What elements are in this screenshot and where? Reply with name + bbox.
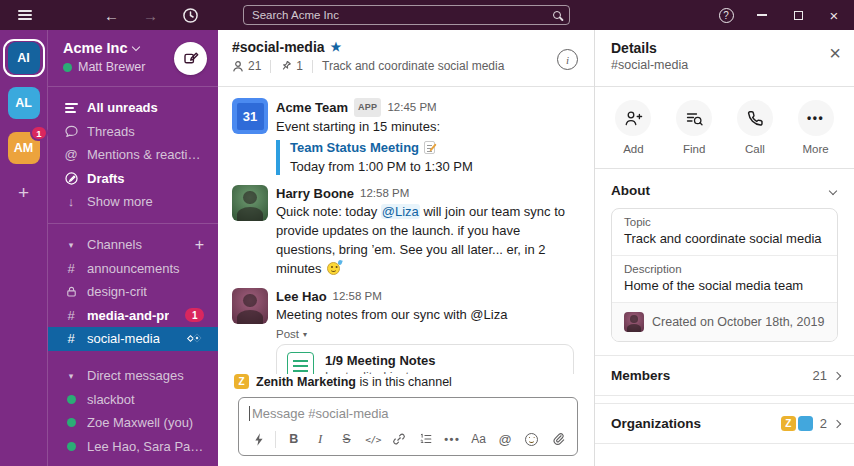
sidebar-channel-design-crit[interactable]: design-crit <box>48 280 218 304</box>
code-button[interactable]: </> <box>364 430 382 448</box>
mention-liza[interactable]: @Liza <box>381 204 420 219</box>
topic-row[interactable]: Topic Track and coordinate social media <box>612 209 837 256</box>
event-time: Today from 1:00 PM to 1:30 PM <box>290 158 568 175</box>
zenith-org-icon: Z <box>781 416 796 431</box>
emoji-button[interactable] <box>522 430 540 448</box>
pinned-count[interactable]: 1 <box>280 59 303 73</box>
minimize-button[interactable] <box>744 0 780 30</box>
channels-section-header[interactable]: ▾ Channels + <box>48 233 218 257</box>
avatar-harry-boone[interactable] <box>232 185 268 221</box>
lock-icon <box>63 285 79 298</box>
description-row[interactable]: Description Home of the social media tea… <box>612 256 837 303</box>
search-icon <box>553 11 561 19</box>
mention-button[interactable]: @ <box>496 430 514 448</box>
threads-icon <box>63 124 79 139</box>
search-bar[interactable] <box>243 5 570 25</box>
sidebar-divider <box>48 223 218 224</box>
sidebar-item-show-more[interactable]: ↓ Show more <box>48 190 218 214</box>
text-caret <box>249 406 250 421</box>
members-row[interactable]: Members 21 <box>595 355 854 396</box>
close-window-button[interactable]: × <box>816 0 852 30</box>
mentions-icon: @ <box>63 147 79 162</box>
workspace-switcher-acme-inc[interactable]: AI <box>4 40 44 76</box>
workspace-switcher-al[interactable]: AL <box>4 85 44 121</box>
sidebar-channel-media-and-pr[interactable]: # media-and-pr 1 <box>48 304 218 328</box>
channel-pane: #social-media ★ 21 1 Track and coordinat… <box>218 30 594 466</box>
file-title: 1/9 Meeting Notes <box>325 353 436 368</box>
attach-icon[interactable] <box>549 430 567 448</box>
about-section-toggle[interactable]: About <box>595 169 854 208</box>
help-icon[interactable]: ? <box>708 0 744 30</box>
message-input[interactable] <box>252 406 567 421</box>
sender-name[interactable]: Lee Hao <box>276 288 327 305</box>
collapse-triangle-icon: ▾ <box>63 371 79 381</box>
shortcuts-icon[interactable] <box>249 430 267 448</box>
sidebar-item-all-unreads[interactable]: All unreads <box>48 96 218 120</box>
starred-icon[interactable]: ★ <box>331 40 342 54</box>
toolbar-divider <box>275 431 276 448</box>
add-person-icon <box>615 100 651 136</box>
sidebar-item-drafts[interactable]: Drafts <box>48 167 218 191</box>
forward-icon[interactable]: → <box>143 8 158 23</box>
event-link[interactable]: Team Status Meeting <box>290 140 419 155</box>
close-icon[interactable]: × <box>829 43 841 63</box>
more-button[interactable]: ••• More <box>785 100 846 155</box>
link-icon[interactable] <box>390 430 408 448</box>
italic-button[interactable]: I <box>311 430 329 448</box>
chevron-right-icon <box>833 371 841 379</box>
more-formatting-icon[interactable]: ••• <box>443 430 461 448</box>
dms-section-header[interactable]: ▾ Direct messages <box>48 364 218 388</box>
sender-name[interactable]: Acme Team <box>276 99 348 116</box>
call-button[interactable]: Call <box>725 100 786 155</box>
organizations-row[interactable]: Organizations Z 2 <box>595 403 854 444</box>
back-icon[interactable]: ← <box>104 8 119 23</box>
details-channel: #social-media <box>611 58 838 72</box>
sidebar-dm-lee-sara[interactable]: Lee Hao, Sara Parras <box>48 435 218 459</box>
strikethrough-button[interactable]: S <box>338 430 356 448</box>
message-list: 31 Acme Team APP 12:45 PM Event starting… <box>218 87 594 374</box>
info-icon[interactable]: i <box>557 49 578 70</box>
ordered-list-icon[interactable] <box>417 430 435 448</box>
new-message-button[interactable] <box>174 42 207 75</box>
bold-button[interactable]: B <box>285 430 303 448</box>
presence-dot <box>63 63 72 72</box>
sidebar-item-mentions[interactable]: @ Mentions & reactions <box>48 143 218 167</box>
app-name[interactable]: Zenith Marketing <box>256 375 356 389</box>
sidebar-channel-social-media[interactable]: # social-media <box>48 327 218 351</box>
add-channel-icon[interactable]: + <box>195 236 204 254</box>
sidebar-channel-announcements[interactable]: # announcements <box>48 257 218 281</box>
zenith-app-icon: Z <box>234 374 249 389</box>
sidebar-item-threads[interactable]: Threads <box>48 120 218 144</box>
arrow-down-icon: ↓ <box>63 194 79 209</box>
member-count[interactable]: 21 <box>232 59 261 73</box>
document-icon <box>287 352 314 374</box>
add-people-button[interactable]: Add <box>603 100 664 155</box>
sender-name[interactable]: Harry Boone <box>276 185 354 202</box>
chevron-down-icon <box>829 186 837 194</box>
formatting-toolbar: B I S </> ••• Aa @ <box>239 426 577 455</box>
calendar-app-avatar[interactable]: 31 <box>232 98 268 134</box>
text-format-toggle[interactable]: Aa <box>470 430 488 448</box>
post-type-dropdown[interactable]: Post▾ <box>276 328 568 340</box>
more-icon: ••• <box>798 100 834 136</box>
workspace-menu[interactable]: Acme Inc Matt Brewer <box>48 30 218 87</box>
find-button[interactable]: Find <box>664 100 725 155</box>
workspace-switcher-am[interactable]: AM 1 <box>4 130 44 166</box>
post-file-card[interactable]: 1/9 Meeting Notes Last edited just now <box>276 344 574 374</box>
slack-window: ← → ? × AI AL AM 1 + <box>0 0 854 466</box>
add-workspace-button[interactable]: + <box>0 182 47 204</box>
avatar-lee-hao[interactable] <box>232 288 268 324</box>
sidebar-dm-zoe-maxwell[interactable]: Zoe Maxwell (you) <box>48 411 218 435</box>
sidebar-dm-slackbot[interactable]: slackbot <box>48 388 218 412</box>
sweat-smile-emoji <box>327 262 340 275</box>
search-input[interactable] <box>252 9 547 21</box>
maximize-button[interactable] <box>780 0 816 30</box>
message-lee-hao: Lee Hao 12:58 PM Meeting notes from our … <box>218 284 594 374</box>
history-icon[interactable] <box>182 7 199 24</box>
menu-icon[interactable] <box>18 10 32 20</box>
timestamp: 12:58 PM <box>360 185 409 202</box>
message-harry-boone: Harry Boone 12:58 PM Quick note: today @… <box>218 181 594 278</box>
channel-topic[interactable]: Track and coordinate social media <box>322 59 504 73</box>
hash-icon: # <box>63 331 79 346</box>
message-text: Event starting in 15 minutes: <box>276 117 568 136</box>
